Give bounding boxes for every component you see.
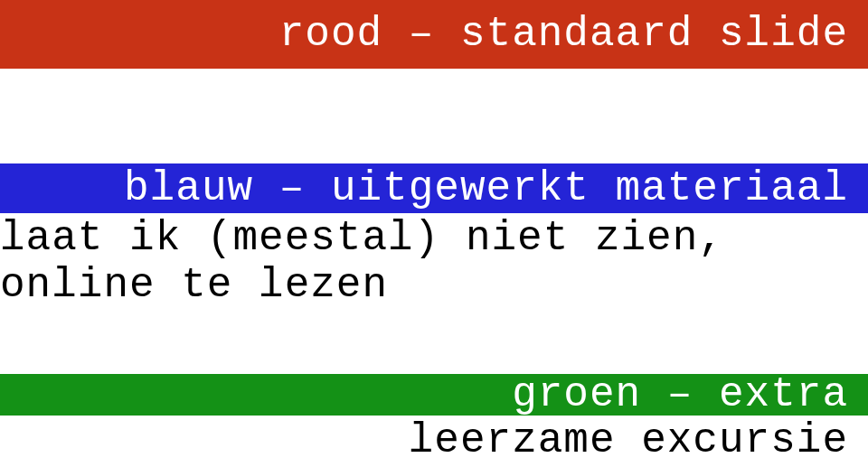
red-bar-label: rood – standaard slide — [279, 11, 848, 58]
green-bar: groen – extra — [0, 374, 868, 416]
red-bar: rood – standaard slide — [0, 0, 868, 69]
blue-bar: blauw – uitgewerkt materiaal — [0, 163, 868, 213]
blue-subtext: laat ik (meestal) niet zien, online te l… — [0, 215, 868, 309]
green-subtext: leerzame excursie — [0, 417, 868, 464]
green-bar-label: groen – extra — [512, 371, 848, 418]
blue-bar-label: blauw – uitgewerkt materiaal — [124, 165, 848, 212]
